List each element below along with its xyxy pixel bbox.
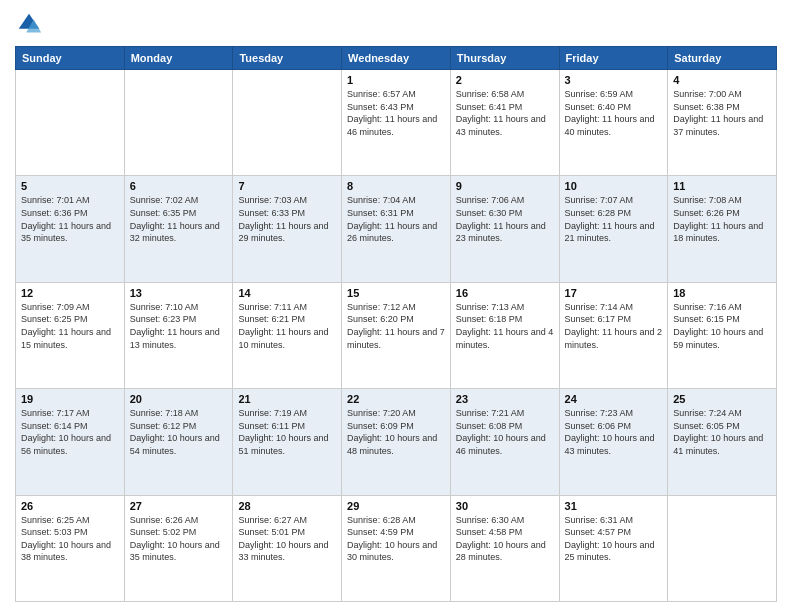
day-info: Sunrise: 7:11 AM Sunset: 6:21 PM Dayligh… — [238, 301, 336, 351]
day-info: Sunrise: 6:57 AM Sunset: 6:43 PM Dayligh… — [347, 88, 445, 138]
day-info: Sunrise: 6:31 AM Sunset: 4:57 PM Dayligh… — [565, 514, 663, 564]
day-number: 4 — [673, 74, 771, 86]
calendar-cell-3-3: 22Sunrise: 7:20 AM Sunset: 6:09 PM Dayli… — [342, 389, 451, 495]
day-number: 22 — [347, 393, 445, 405]
day-number: 27 — [130, 500, 228, 512]
calendar-cell-0-6: 4Sunrise: 7:00 AM Sunset: 6:38 PM Daylig… — [668, 70, 777, 176]
calendar-cell-4-2: 28Sunrise: 6:27 AM Sunset: 5:01 PM Dayli… — [233, 495, 342, 601]
day-info: Sunrise: 7:17 AM Sunset: 6:14 PM Dayligh… — [21, 407, 119, 457]
day-info: Sunrise: 7:12 AM Sunset: 6:20 PM Dayligh… — [347, 301, 445, 351]
day-number: 29 — [347, 500, 445, 512]
calendar-cell-2-6: 18Sunrise: 7:16 AM Sunset: 6:15 PM Dayli… — [668, 282, 777, 388]
day-number: 23 — [456, 393, 554, 405]
day-info: Sunrise: 6:26 AM Sunset: 5:02 PM Dayligh… — [130, 514, 228, 564]
calendar-cell-2-0: 12Sunrise: 7:09 AM Sunset: 6:25 PM Dayli… — [16, 282, 125, 388]
day-info: Sunrise: 7:06 AM Sunset: 6:30 PM Dayligh… — [456, 194, 554, 244]
day-number: 30 — [456, 500, 554, 512]
calendar-cell-4-5: 31Sunrise: 6:31 AM Sunset: 4:57 PM Dayli… — [559, 495, 668, 601]
day-number: 28 — [238, 500, 336, 512]
day-number: 20 — [130, 393, 228, 405]
day-number: 5 — [21, 180, 119, 192]
calendar-cell-2-1: 13Sunrise: 7:10 AM Sunset: 6:23 PM Dayli… — [124, 282, 233, 388]
calendar-cell-0-0 — [16, 70, 125, 176]
day-number: 2 — [456, 74, 554, 86]
day-number: 25 — [673, 393, 771, 405]
calendar-cell-0-3: 1Sunrise: 6:57 AM Sunset: 6:43 PM Daylig… — [342, 70, 451, 176]
calendar-cell-0-1 — [124, 70, 233, 176]
day-info: Sunrise: 7:18 AM Sunset: 6:12 PM Dayligh… — [130, 407, 228, 457]
day-header-monday: Monday — [124, 47, 233, 70]
day-info: Sunrise: 6:58 AM Sunset: 6:41 PM Dayligh… — [456, 88, 554, 138]
day-info: Sunrise: 7:09 AM Sunset: 6:25 PM Dayligh… — [21, 301, 119, 351]
day-number: 16 — [456, 287, 554, 299]
day-info: Sunrise: 7:23 AM Sunset: 6:06 PM Dayligh… — [565, 407, 663, 457]
day-info: Sunrise: 7:20 AM Sunset: 6:09 PM Dayligh… — [347, 407, 445, 457]
day-info: Sunrise: 7:08 AM Sunset: 6:26 PM Dayligh… — [673, 194, 771, 244]
day-info: Sunrise: 6:27 AM Sunset: 5:01 PM Dayligh… — [238, 514, 336, 564]
logo — [15, 10, 47, 38]
calendar-cell-3-2: 21Sunrise: 7:19 AM Sunset: 6:11 PM Dayli… — [233, 389, 342, 495]
day-info: Sunrise: 7:24 AM Sunset: 6:05 PM Dayligh… — [673, 407, 771, 457]
day-info: Sunrise: 7:21 AM Sunset: 6:08 PM Dayligh… — [456, 407, 554, 457]
day-info: Sunrise: 7:01 AM Sunset: 6:36 PM Dayligh… — [21, 194, 119, 244]
day-info: Sunrise: 7:14 AM Sunset: 6:17 PM Dayligh… — [565, 301, 663, 351]
calendar-week-3: 19Sunrise: 7:17 AM Sunset: 6:14 PM Dayli… — [16, 389, 777, 495]
day-info: Sunrise: 6:28 AM Sunset: 4:59 PM Dayligh… — [347, 514, 445, 564]
day-number: 21 — [238, 393, 336, 405]
day-number: 19 — [21, 393, 119, 405]
calendar-cell-1-3: 8Sunrise: 7:04 AM Sunset: 6:31 PM Daylig… — [342, 176, 451, 282]
day-number: 14 — [238, 287, 336, 299]
calendar-cell-1-2: 7Sunrise: 7:03 AM Sunset: 6:33 PM Daylig… — [233, 176, 342, 282]
day-number: 18 — [673, 287, 771, 299]
page: SundayMondayTuesdayWednesdayThursdayFrid… — [0, 0, 792, 612]
day-header-wednesday: Wednesday — [342, 47, 451, 70]
calendar-cell-3-4: 23Sunrise: 7:21 AM Sunset: 6:08 PM Dayli… — [450, 389, 559, 495]
calendar-cell-4-1: 27Sunrise: 6:26 AM Sunset: 5:02 PM Dayli… — [124, 495, 233, 601]
header — [15, 10, 777, 38]
calendar-cell-0-4: 2Sunrise: 6:58 AM Sunset: 6:41 PM Daylig… — [450, 70, 559, 176]
day-header-sunday: Sunday — [16, 47, 125, 70]
calendar-cell-1-6: 11Sunrise: 7:08 AM Sunset: 6:26 PM Dayli… — [668, 176, 777, 282]
day-header-saturday: Saturday — [668, 47, 777, 70]
day-number: 1 — [347, 74, 445, 86]
calendar-header-row: SundayMondayTuesdayWednesdayThursdayFrid… — [16, 47, 777, 70]
calendar-week-2: 12Sunrise: 7:09 AM Sunset: 6:25 PM Dayli… — [16, 282, 777, 388]
day-info: Sunrise: 6:59 AM Sunset: 6:40 PM Dayligh… — [565, 88, 663, 138]
day-number: 24 — [565, 393, 663, 405]
day-number: 31 — [565, 500, 663, 512]
calendar-cell-2-4: 16Sunrise: 7:13 AM Sunset: 6:18 PM Dayli… — [450, 282, 559, 388]
day-number: 3 — [565, 74, 663, 86]
day-info: Sunrise: 7:02 AM Sunset: 6:35 PM Dayligh… — [130, 194, 228, 244]
day-number: 17 — [565, 287, 663, 299]
day-number: 26 — [21, 500, 119, 512]
day-info: Sunrise: 6:30 AM Sunset: 4:58 PM Dayligh… — [456, 514, 554, 564]
calendar-week-0: 1Sunrise: 6:57 AM Sunset: 6:43 PM Daylig… — [16, 70, 777, 176]
day-info: Sunrise: 7:03 AM Sunset: 6:33 PM Dayligh… — [238, 194, 336, 244]
day-info: Sunrise: 7:04 AM Sunset: 6:31 PM Dayligh… — [347, 194, 445, 244]
day-number: 6 — [130, 180, 228, 192]
day-number: 13 — [130, 287, 228, 299]
day-number: 10 — [565, 180, 663, 192]
calendar-cell-2-3: 15Sunrise: 7:12 AM Sunset: 6:20 PM Dayli… — [342, 282, 451, 388]
day-info: Sunrise: 7:13 AM Sunset: 6:18 PM Dayligh… — [456, 301, 554, 351]
calendar-cell-1-5: 10Sunrise: 7:07 AM Sunset: 6:28 PM Dayli… — [559, 176, 668, 282]
day-info: Sunrise: 7:07 AM Sunset: 6:28 PM Dayligh… — [565, 194, 663, 244]
day-info: Sunrise: 7:16 AM Sunset: 6:15 PM Dayligh… — [673, 301, 771, 351]
day-number: 12 — [21, 287, 119, 299]
calendar-cell-0-2 — [233, 70, 342, 176]
calendar-cell-4-3: 29Sunrise: 6:28 AM Sunset: 4:59 PM Dayli… — [342, 495, 451, 601]
day-info: Sunrise: 7:19 AM Sunset: 6:11 PM Dayligh… — [238, 407, 336, 457]
day-info: Sunrise: 7:00 AM Sunset: 6:38 PM Dayligh… — [673, 88, 771, 138]
calendar-cell-2-2: 14Sunrise: 7:11 AM Sunset: 6:21 PM Dayli… — [233, 282, 342, 388]
calendar-cell-2-5: 17Sunrise: 7:14 AM Sunset: 6:17 PM Dayli… — [559, 282, 668, 388]
calendar-cell-4-0: 26Sunrise: 6:25 AM Sunset: 5:03 PM Dayli… — [16, 495, 125, 601]
calendar-week-4: 26Sunrise: 6:25 AM Sunset: 5:03 PM Dayli… — [16, 495, 777, 601]
calendar-cell-1-4: 9Sunrise: 7:06 AM Sunset: 6:30 PM Daylig… — [450, 176, 559, 282]
day-number: 9 — [456, 180, 554, 192]
day-number: 7 — [238, 180, 336, 192]
calendar-cell-1-0: 5Sunrise: 7:01 AM Sunset: 6:36 PM Daylig… — [16, 176, 125, 282]
day-header-friday: Friday — [559, 47, 668, 70]
calendar-table: SundayMondayTuesdayWednesdayThursdayFrid… — [15, 46, 777, 602]
calendar-cell-0-5: 3Sunrise: 6:59 AM Sunset: 6:40 PM Daylig… — [559, 70, 668, 176]
logo-icon — [15, 10, 43, 38]
